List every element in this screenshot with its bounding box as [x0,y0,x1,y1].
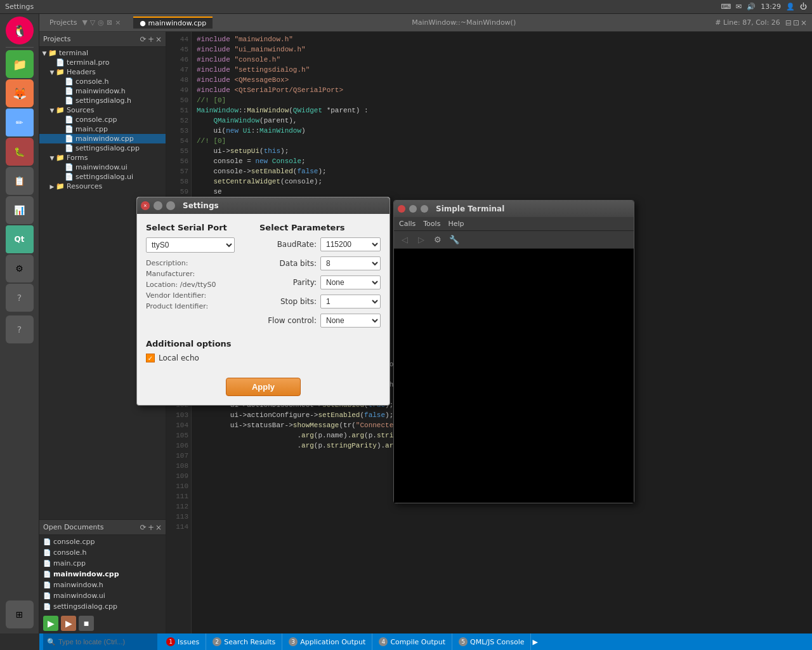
ide-max[interactable]: ⊡ [793,18,799,27]
flowcontrol-row: Flow control: None Hardware Software [259,314,381,328]
terminal-menu-help[interactable]: Help [448,220,464,228]
open-doc-mainwindow-cpp[interactable]: 📄mainwindow.cpp [39,569,166,580]
tree-item-forms[interactable]: ▼ 📁 Forms [39,153,166,162]
dock-files[interactable]: 📁 [6,50,34,78]
dock-projects[interactable]: 📋 [6,167,34,195]
dock-gear[interactable]: ⚙ [6,255,34,282]
parity-select[interactable]: None Even Odd [320,275,381,289]
terminal-forward-button[interactable]: ▷ [414,233,428,247]
serial-port-select[interactable]: ttyS0 [146,237,235,253]
status-tab-compile[interactable]: 4 Compile Output [372,633,452,650]
stop-button[interactable]: ■ [79,616,94,631]
dialog-close-button[interactable]: × [141,201,150,210]
ide-close[interactable]: × [801,18,807,27]
docs-sync-btn[interactable]: ⟳ [140,523,147,532]
terminal-min-button[interactable] [409,205,417,213]
system-bar: Settings ⌨ ✉ 🔊 13:29 👤 ⏻ [0,0,812,14]
terminal-close-button[interactable] [398,205,405,213]
dock-debug[interactable]: 🐛 [6,138,34,166]
tree-item-headers[interactable]: ▼ 📁 Headers [39,67,166,77]
tree-item-console-cpp[interactable]: 📄 console.cpp [39,115,166,124]
tree-item-settingsdialog-cpp[interactable]: 📄 settingsdialog.cpp [39,143,166,153]
parity-label: Parity: [259,278,317,287]
dialog-body: Select Serial Port ttyS0 Description: Ma… [137,214,390,371]
ide-min[interactable]: ⊟ [785,18,792,27]
compile-label: Compile Output [390,638,445,646]
tree-item-mainwindow-cpp[interactable]: 📄 mainwindow.cpp [39,134,166,143]
tree-item-mainwindow-h[interactable]: 📄 mainwindow.h [39,86,166,96]
tree-item-resources[interactable]: ▶ 📁 Resources [39,182,166,191]
terminal-clear-button[interactable]: 🔧 [447,233,461,247]
local-echo-checkbox[interactable]: ✓ [146,354,155,362]
databits-select[interactable]: 8 7 5 [320,256,381,270]
terminal-title: Simple Terminal [436,204,504,213]
baudrate-row: BaudRate: 115200 9600 19200 [259,237,381,251]
port-description-row: Description: [146,259,247,267]
tree-item-console-h[interactable]: 📄 console.h [39,77,166,86]
terminal-menu-calls[interactable]: Calls [399,220,416,228]
tree-item-settingsdialog-h[interactable]: 📄 settingsdialog.h [39,96,166,105]
terminal-max-button[interactable] [421,205,428,213]
status-tab-qml[interactable]: 5 QML/JS Console [452,633,531,650]
status-tab-app-output[interactable]: 3 Application Output [282,633,372,650]
system-time: 13:29 [761,3,781,11]
tree-item-sources[interactable]: ▼ 📁 Sources [39,105,166,115]
open-doc-settingsdialog-cpp[interactable]: 📄settingsdialog.cpp [39,601,166,612]
parameters-column: Select Parameters BaudRate: 115200 9600 … [259,223,381,333]
databits-row: Data bits: 8 7 5 [259,256,381,270]
flowcontrol-select[interactable]: None Hardware Software [320,314,381,328]
line-info: # Line: 87, Col: 26 [715,18,780,27]
terminal-back-button[interactable]: ◁ [398,233,412,247]
open-doc-console-cpp[interactable]: 📄console.cpp [39,536,166,547]
debug-run-button[interactable]: ▶ [61,616,76,631]
tree-item-terminal-pro[interactable]: 📄 terminal.pro [39,58,166,67]
dock-apps[interactable]: ⊞ [6,600,34,628]
baudrate-select[interactable]: 115200 9600 19200 [320,237,381,251]
dock-design[interactable]: ✏ [6,109,34,136]
status-arrow[interactable]: ▶ [532,638,537,646]
dock-qt[interactable]: Qt [6,225,34,253]
docs-close-btn[interactable]: × [155,523,162,532]
panel-btn-add[interactable]: + [148,35,154,44]
status-tab-search-results[interactable]: 2 Search Results [206,633,282,650]
stopbits-label: Stop bits: [259,297,317,306]
dock-analyze[interactable]: 📊 [6,196,34,224]
open-doc-console-h[interactable]: 📄console.h [39,547,166,558]
app-output-num: 3 [289,637,298,646]
dialog-max-button[interactable] [166,201,175,210]
dialog-min-button[interactable] [154,201,162,210]
run-button[interactable]: ▶ [43,616,58,631]
open-doc-mainwindow-ui[interactable]: 📄mainwindow.ui [39,590,166,601]
docs-add-btn[interactable]: + [148,523,154,532]
tab-mainwindow-cpp[interactable]: ● mainwindow.cpp [133,17,213,29]
tree-item-settingsdialog-ui[interactable]: 📄 settingsdialog.ui [39,172,166,182]
issues-count: 1 [166,637,175,646]
tree-item-terminal[interactable]: ▼ 📁 terminal [39,48,166,58]
status-tab-issues[interactable]: 1 Issues [160,633,206,650]
open-doc-mainwindow-h[interactable]: 📄mainwindow.h [39,580,166,590]
dock-ubuntu[interactable]: 🐧 [6,17,34,44]
power-icon: ⏻ [800,3,807,11]
stopbits-select[interactable]: 1 2 [320,295,381,308]
dock-help2[interactable]: ? [6,315,34,343]
tree-item-main-cpp[interactable]: 📄 main.cpp [39,124,166,134]
panel-btn-sync[interactable]: ⟳ [140,35,147,44]
tab-projects[interactable]: Projects [44,18,82,27]
panel-btn-close[interactable]: × [155,35,162,44]
status-bar: 🔍 1 Issues 2 Search Results 3 Applicatio… [39,633,812,650]
search-results-num: 2 [213,637,221,646]
local-echo-row: ✓ Local echo [146,354,381,362]
dock-help[interactable]: ? [6,284,34,312]
status-search-input[interactable] [58,638,154,646]
additional-options-title: Additional options [146,339,381,348]
databits-label: Data bits: [259,259,317,268]
tree-item-mainwindow-ui[interactable]: 📄 mainwindow.ui [39,162,166,172]
dock-firefox[interactable]: 🦊 [6,79,34,107]
open-doc-main-cpp[interactable]: 📄main.cpp [39,558,166,569]
terminal-settings-button[interactable]: ⚙ [431,233,445,247]
terminal-body[interactable] [394,249,634,503]
apply-button[interactable]: Apply [226,378,301,396]
user-icon: 👤 [786,3,795,11]
port-vendor-row: Vendor Identifier: [146,291,247,300]
terminal-menu-tools[interactable]: Tools [423,220,440,228]
